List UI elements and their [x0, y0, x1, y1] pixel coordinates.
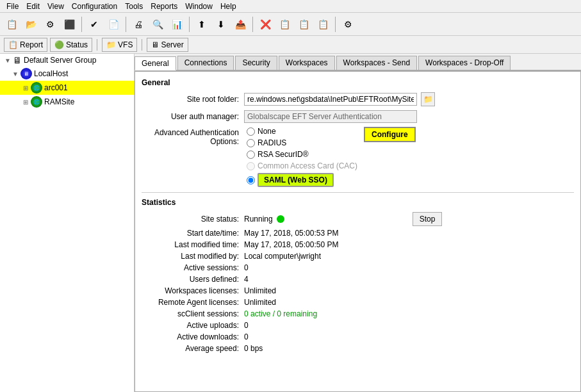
stats-row-7: scClient sessions:0 active / 0 remaining [142, 309, 574, 318]
toolbar-search[interactable]: 🔍 [149, 15, 167, 33]
radio-radius-label[interactable]: RADIUS [258, 138, 286, 147]
stats-row-2: Last modified by:Local computer\jwright [142, 252, 574, 261]
tab-workspaces-dropoff[interactable]: Workspaces - Drop-Off [418, 56, 511, 70]
toolbar2-sep2 [142, 39, 142, 51]
report-button[interactable]: 📋 Report [4, 38, 47, 52]
menu-edit[interactable]: Edit [22, 1, 44, 12]
tree-root-icon: 🖥 [13, 55, 22, 65]
toolbar-doc[interactable]: 📄 [104, 15, 122, 33]
menu-tools[interactable]: Tools [121, 1, 147, 12]
expand-localhost[interactable]: ▼ [10, 70, 20, 78]
menu-help[interactable]: Help [217, 1, 240, 12]
expand-root[interactable]: ▼ [3, 57, 13, 64]
toolbar-delete[interactable]: ❌ [256, 15, 274, 33]
stats-label-3: Active sessions: [142, 263, 244, 272]
server-label: Server [161, 40, 183, 49]
report-icon: 📋 [8, 40, 18, 49]
green-dot-icon [277, 215, 284, 223]
configure-button[interactable]: Configure [364, 127, 416, 142]
stats-label-5: Workspaces licenses: [142, 286, 244, 295]
stats-row-8: Active uploads:0 [142, 321, 574, 330]
radio-rsa-label[interactable]: RSA SecurID® [258, 150, 309, 159]
server-button[interactable]: 🖥 Server [147, 38, 188, 52]
menu-configuration[interactable]: Configuration [68, 1, 121, 12]
tree-ramsite[interactable]: ⊞ 🌐 RAMSite [0, 95, 134, 109]
menu-file[interactable]: File [3, 1, 22, 12]
browse-folder-button[interactable]: 📁 [421, 92, 435, 106]
radio-rsa-input[interactable] [247, 151, 255, 159]
stop-button[interactable]: Stop [413, 212, 443, 226]
stats-value-8: 0 [244, 321, 249, 330]
toolbar-export[interactable]: 📤 [231, 15, 249, 33]
radio-none-input[interactable] [247, 127, 255, 136]
radio-cac-label: Common Access Card (CAC) [258, 161, 357, 170]
toolbar-paste[interactable]: 📋 [295, 15, 313, 33]
expand-ramsite[interactable]: ⊞ [20, 99, 31, 106]
tab-connections[interactable]: Connections [177, 56, 234, 70]
tree-localhost[interactable]: ▼ 🖥 LocalHost [0, 67, 134, 81]
toolbar-open[interactable]: 📂 [22, 15, 40, 33]
stats-value-2: Local computer\jwright [244, 252, 321, 261]
stats-label-1: Last modified time: [142, 240, 244, 249]
status-label: Status [66, 40, 88, 49]
expand-arc001[interactable]: ⊞ [20, 85, 31, 92]
tree-arc001-label: arc001 [44, 83, 68, 92]
tab-workspaces[interactable]: Workspaces [279, 56, 335, 70]
toolbar-paste2[interactable]: 📋 [314, 15, 332, 33]
right-panel: General Connections Security Workspaces … [135, 54, 581, 392]
stats-label-0: Start date/time: [142, 229, 244, 238]
server-icon: 🖥 [151, 40, 159, 49]
site-root-row: Site root folder: 📁 [142, 92, 574, 106]
toolbar-new[interactable]: 📋 [3, 15, 20, 33]
stats-label-7: scClient sessions: [142, 309, 244, 318]
auth-radio-group: None RADIUS RSA SecurID® Common Acc [244, 127, 357, 187]
tree-panel: ▼ 🖥 Default Server Group ▼ 🖥 LocalHost ⊞… [0, 54, 135, 392]
adv-auth-content: None RADIUS RSA SecurID® Common Acc [244, 127, 416, 187]
toolbar-copy[interactable]: 📋 [275, 15, 293, 33]
toolbar-sep1 [81, 17, 82, 32]
radio-saml-label[interactable]: SAML (Web SSO) [258, 173, 334, 187]
vfs-button[interactable]: 📁 VFS [102, 38, 137, 52]
stats-value-10: 0 bps [244, 344, 263, 353]
status-icon: 🟢 [54, 40, 64, 49]
radio-none-label[interactable]: None [258, 127, 276, 136]
toolbar-sep2 [126, 17, 126, 32]
radio-saml: SAML (Web SSO) [247, 173, 357, 187]
radio-saml-input[interactable] [247, 176, 255, 184]
tab-workspaces-send[interactable]: Workspaces - Send [336, 56, 418, 70]
toolbar-print[interactable]: 🖨 [129, 15, 147, 33]
toolbar-settings[interactable]: ⚙ [339, 15, 357, 33]
arc001-icon: 🌐 [31, 82, 42, 94]
site-root-input[interactable] [244, 93, 417, 106]
radio-radius: RADIUS [247, 138, 357, 147]
toolbar-check[interactable]: ✔ [85, 15, 103, 33]
stats-label-4: Users defined: [142, 275, 244, 284]
tab-security[interactable]: Security [235, 56, 277, 70]
stats-value-1: May 17, 2018, 05:00:50 PM [244, 240, 338, 249]
toolbar2-sep1 [97, 39, 97, 51]
menu-reports[interactable]: Reports [147, 1, 181, 12]
status-text: Running [244, 215, 273, 224]
tab-general[interactable]: General [135, 56, 176, 70]
user-auth-input [244, 110, 417, 123]
toolbar-up[interactable]: ⬆ [193, 15, 211, 33]
toolbar-sep5 [335, 17, 336, 32]
toolbar-down[interactable]: ⬇ [212, 15, 230, 33]
menu-window[interactable]: Window [181, 1, 217, 12]
site-root-label: Site root folder: [142, 95, 244, 104]
toolbar-cfg[interactable]: ⚙ [41, 15, 59, 33]
toolbar-chart[interactable]: 📊 [168, 15, 186, 33]
main-layout: ▼ 🖥 Default Server Group ▼ 🖥 LocalHost ⊞… [0, 54, 581, 392]
radio-cac: Common Access Card (CAC) [247, 161, 357, 170]
radio-radius-input[interactable] [247, 139, 255, 147]
adv-auth-row: Advanced Authentication Options: None RA… [142, 127, 574, 187]
stats-value-5: Unlimited [244, 286, 276, 295]
user-auth-row: User auth manager: [142, 110, 574, 123]
tree-arc001[interactable]: ⊞ 🌐 arc001 [0, 81, 134, 95]
toolbar-stop[interactable]: ⬛ [60, 15, 78, 33]
adv-auth-label: Advanced Authentication Options: [142, 127, 244, 146]
tree-root[interactable]: ▼ 🖥 Default Server Group [0, 54, 134, 67]
status-button[interactable]: 🟢 Status [50, 38, 92, 52]
stats-value-3: 0 [244, 263, 249, 272]
menu-view[interactable]: View [44, 1, 68, 12]
